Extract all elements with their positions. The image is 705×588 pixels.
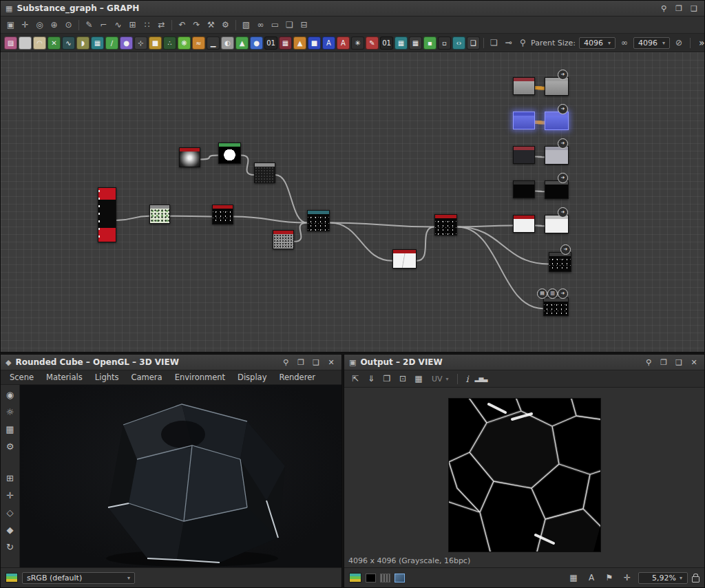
flag-icon[interactable]: ⚑ (602, 571, 616, 585)
graph-node-blend[interactable] (254, 162, 275, 183)
frame-icon[interactable]: ▭ (269, 19, 282, 32)
splatter-node-icon[interactable]: ✳ (351, 36, 364, 50)
graph-node-shape-sphere[interactable] (179, 147, 200, 167)
environment-icon[interactable]: ▦ (3, 423, 17, 437)
float-icon[interactable]: ❐ (658, 358, 669, 367)
parent-width-select[interactable]: 4096 ▾ (579, 37, 615, 49)
grunge-node-icon[interactable]: ❋ (178, 36, 191, 50)
channel-swatch-image[interactable] (394, 574, 405, 582)
shape-node-icon[interactable]: ● (120, 36, 133, 50)
lock-zoom-icon[interactable] (692, 576, 699, 582)
output-badge-icon[interactable]: ➜ (558, 70, 568, 80)
distance-node-icon[interactable]: ▦ (91, 36, 104, 50)
uv-mode-select[interactable]: UV ▾ (428, 374, 453, 384)
histogram-icon[interactable]: ▂▅▃ (475, 375, 487, 382)
graph-node-shape-disc[interactable] (218, 143, 241, 164)
curve-node-icon[interactable]: ∿ (62, 36, 75, 50)
output-badge-icon[interactable]: ▤ (537, 288, 547, 299)
pencil-icon[interactable]: ✎ (83, 19, 96, 32)
reset-view-icon[interactable]: ↻ (3, 540, 17, 554)
graph-node-input-color[interactable] (98, 187, 116, 242)
shaded-cube-icon[interactable]: ◆ (3, 523, 17, 537)
close-icon[interactable]: ✕ (326, 358, 337, 367)
dark-node-icon[interactable]: ▫ (438, 36, 451, 50)
graph-node-out-base-l[interactable] (513, 215, 535, 233)
scene-grid-icon[interactable]: ⊞ (3, 472, 17, 485)
graph-node-out-height[interactable] (549, 252, 571, 272)
value-node-icon[interactable]: 01 (264, 36, 277, 50)
graph-node-edge-detect[interactable] (307, 210, 330, 231)
graph-node-grunge[interactable] (273, 230, 294, 249)
export-image-icon[interactable]: ⇱ (348, 372, 362, 386)
view-options-icon[interactable]: ⊡ (396, 372, 410, 386)
link-size-icon[interactable]: ∞ (619, 38, 630, 48)
channel-swatch-black[interactable] (366, 574, 376, 582)
menu-lights[interactable]: Lights (89, 372, 125, 382)
output-badge-icon[interactable]: ▥ (547, 288, 558, 299)
float-icon[interactable]: ❐ (673, 4, 684, 13)
pattern-icon[interactable]: ▧ (240, 19, 253, 32)
graph-node-out-ao-l[interactable] (513, 77, 535, 95)
menu-display[interactable]: Display (231, 372, 273, 382)
focus-icon[interactable]: ◎ (33, 19, 46, 32)
code-node-icon[interactable]: ‹› (452, 36, 465, 50)
paint-node-icon[interactable]: ✎ (366, 36, 379, 50)
maximize-icon[interactable]: ❑ (673, 358, 684, 367)
undo-icon[interactable]: ↶ (176, 19, 189, 32)
view2d-viewport[interactable]: 4096 x 4096 (Grayscale, 16bpc) (344, 388, 704, 567)
output-badge-icon[interactable]: ➜ (560, 244, 571, 255)
graph-node-out-rough-r[interactable] (545, 146, 569, 165)
checker-background-icon[interactable]: ▦ (412, 372, 425, 386)
channel-shuffle-node-icon[interactable]: ✕ (48, 36, 61, 50)
output-badge-icon[interactable]: ➜ (558, 173, 568, 183)
pin-icon[interactable]: ⚲ (658, 4, 669, 13)
channel-swatch-pattern[interactable] (380, 574, 390, 582)
normal-node-icon[interactable]: ▲ (235, 36, 249, 50)
frame-node-icon[interactable]: ❑ (467, 36, 480, 50)
graph-canvas[interactable]: ➜➜➜➜➜➜▤▥➜ (1, 52, 704, 352)
link-dot-icon[interactable]: ⊸ (502, 36, 515, 50)
wireframe-cube-icon[interactable]: ◇ (3, 506, 17, 520)
graph-node-speckle-1[interactable] (212, 204, 233, 224)
directional-blur-node-icon[interactable]: ◗ (76, 36, 90, 50)
toolbar-overflow-icon[interactable]: » (696, 37, 705, 48)
menu-materials[interactable]: Materials (40, 372, 89, 382)
zoom-region-icon[interactable]: ⊕ (48, 19, 61, 32)
view3d-titlebar[interactable]: ◆ Rounded Cube – OpenGL – 3D VIEW ⚲ ❐ ❑ … (1, 355, 341, 370)
pin-node-icon[interactable]: ⚲ (516, 36, 529, 50)
grid-node-icon[interactable]: ▦ (409, 36, 422, 50)
zoom-level-input[interactable]: 5,92% ▾ (638, 572, 688, 584)
tiling-icon[interactable]: ▦ (567, 571, 580, 585)
close-icon[interactable]: ✕ (688, 358, 699, 367)
swap-connections-icon[interactable]: ⇄ (155, 19, 168, 32)
output-badge-icon[interactable]: ➜ (558, 288, 568, 299)
maximize-icon[interactable]: ❑ (311, 358, 322, 367)
menu-scene[interactable]: Scene (3, 372, 40, 382)
maximize-icon[interactable]: ❑ (688, 4, 699, 13)
mini-shape-node-icon[interactable]: ▪ (423, 36, 436, 50)
value-2-node-icon[interactable]: 01 (380, 36, 393, 50)
graph-node-levels-white[interactable] (392, 249, 417, 269)
sphere-node-icon[interactable]: ● (250, 36, 263, 50)
float-icon[interactable]: ❐ (295, 358, 306, 367)
view3d-viewport[interactable] (20, 385, 341, 567)
render-settings-icon[interactable]: ⚙ (3, 440, 17, 454)
gradient-node-icon[interactable]: ◐ (221, 36, 234, 50)
curved-links-icon[interactable]: ∿ (112, 19, 125, 32)
search-icon[interactable]: ⊙ (62, 19, 75, 32)
graph-node-out-metal-r[interactable] (545, 180, 569, 199)
info-icon[interactable]: i (462, 374, 473, 384)
tools-icon[interactable]: ⚒ (204, 19, 218, 32)
square-node-icon[interactable]: ■ (308, 36, 321, 50)
comment-bubble-icon[interactable]: ❏ (487, 36, 501, 50)
graph-node-out-final[interactable] (543, 297, 569, 316)
blend-node-icon[interactable] (19, 36, 32, 50)
grid-options-icon[interactable]: ⊟ (297, 19, 311, 32)
pin-icon[interactable]: ⚲ (643, 358, 654, 367)
straight-links-icon[interactable]: ⌐ (97, 19, 110, 32)
pin-icon[interactable]: ⚲ (280, 358, 291, 367)
node-input-pins[interactable] (98, 190, 100, 240)
channels-icon[interactable] (349, 573, 361, 582)
settings-icon[interactable]: ⚙ (219, 19, 232, 32)
copy-image-icon[interactable]: ❐ (380, 372, 394, 386)
